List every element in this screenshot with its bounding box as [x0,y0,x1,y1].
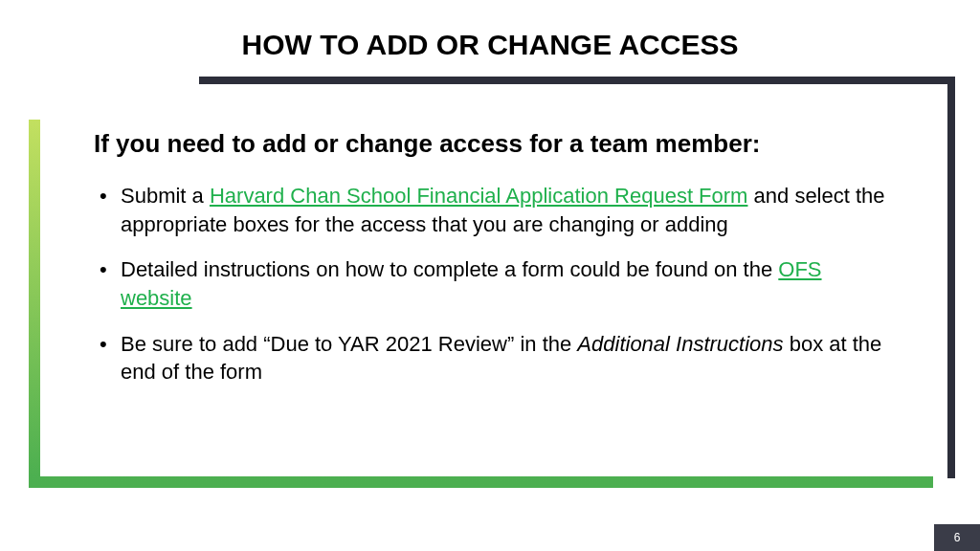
bullet-text: Detailed instructions on how to complete… [121,257,778,281]
content-block: If you need to add or change access for … [94,129,888,404]
subtitle: If you need to add or change access for … [94,129,888,159]
list-item: Detailed instructions on how to complete… [94,255,888,312]
bullet-text: Submit a [121,184,210,208]
financial-request-form-link[interactable]: Harvard Chan School Financial Applicatio… [210,184,748,208]
bullet-list: Submit a Harvard Chan School Financial A… [94,182,888,386]
slide-title: HOW TO ADD OR CHANGE ACCESS [0,29,980,61]
list-item: Be sure to add “Due to YAR 2021 Review” … [94,330,888,386]
italic-text: Additional Instructions [577,332,783,356]
list-item: Submit a Harvard Chan School Financial A… [94,182,888,238]
bullet-text: Be sure to add “Due to YAR 2021 Review” … [121,332,577,356]
page-number: 6 [934,524,980,551]
